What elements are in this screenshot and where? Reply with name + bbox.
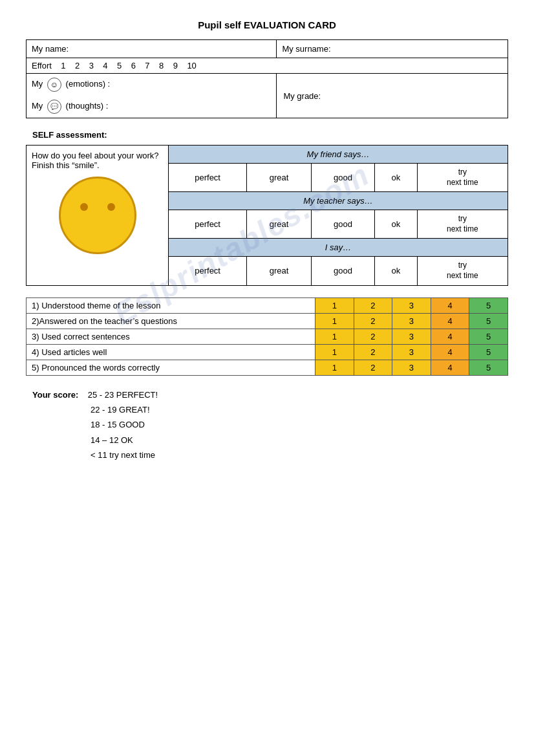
row5-score1: 1 — [315, 360, 354, 375]
row4-score3: 3 — [392, 344, 431, 360]
row2-score2: 2 — [354, 313, 392, 329]
info-table: My name: My surname: Effort 1 2 3 4 5 6 … — [26, 39, 508, 118]
friend-great: great — [247, 164, 312, 192]
row3-score3: 3 — [392, 329, 431, 344]
row2-score3: 3 — [392, 313, 431, 329]
i-ok: ok — [374, 257, 417, 285]
friend-ok: ok — [374, 164, 417, 192]
row2-score5: 5 — [469, 313, 508, 329]
row4-score2: 2 — [354, 344, 392, 360]
row3-score5: 5 — [469, 329, 508, 344]
page-title: Pupil self EVALUATION CARD — [26, 19, 508, 30]
smile-face — [59, 177, 136, 254]
eye-left — [80, 203, 88, 211]
eye-right — [107, 203, 115, 211]
i-try: trynext time — [417, 257, 507, 285]
row4-desc: 4) Used articles well — [27, 344, 315, 360]
row2-desc: 2)Answered on the teacher’s questions — [27, 313, 315, 329]
teacher-ok: ok — [374, 210, 417, 239]
score-line3: 18 - 15 GOOD — [91, 420, 145, 429]
name-label: My name: — [27, 40, 277, 58]
i-great: great — [247, 257, 312, 285]
assessment-table: How do you feel about your work?Finish t… — [26, 145, 508, 286]
emotions-label: My — [32, 79, 43, 89]
row2-score1: 1 — [315, 313, 354, 329]
row3-score1: 1 — [315, 329, 354, 344]
effort-label: Effort — [32, 61, 52, 70]
row5-score2: 2 — [354, 360, 392, 375]
i-say-header: I say… — [169, 239, 508, 257]
emotions-row: My ☺ (emotions) : — [27, 74, 277, 96]
row5-score4: 4 — [431, 360, 469, 375]
table-row: 1) Understood theme of the lesson 1 2 3 … — [27, 297, 508, 313]
i-good: good — [311, 257, 374, 285]
row4-score4: 4 — [431, 344, 469, 360]
table-row: 2)Answered on the teacher’s questions 1 … — [27, 313, 508, 329]
row5-score3: 3 — [392, 360, 431, 375]
row1-score1: 1 — [315, 297, 354, 313]
score-line1: 25 - 23 PERFECT! — [88, 390, 158, 400]
teacher-great: great — [247, 210, 312, 239]
row5-desc: 5) Pronounced the words correctly — [27, 360, 315, 375]
score-line4: 14 – 12 OK — [91, 435, 133, 445]
thoughts-icon: 💬 — [47, 100, 61, 114]
i-perfect: perfect — [169, 257, 247, 285]
assessment-question: How do you feel about your work?Finish t… — [27, 146, 169, 286]
row3-score4: 4 — [431, 329, 469, 344]
effort-numbers: 1 2 3 4 5 6 7 8 9 10 — [61, 61, 197, 70]
effort-row: Effort 1 2 3 4 5 6 7 8 9 10 — [27, 58, 508, 74]
score-line2: 22 - 19 GREAT! — [91, 405, 150, 415]
friend-try: trynext time — [417, 164, 507, 192]
friend-header: My friend says… — [169, 146, 508, 164]
teacher-try: trynext time — [417, 210, 507, 239]
table-row: 3) Used correct sentences 1 2 3 4 5 — [27, 329, 508, 344]
row4-score1: 1 — [315, 344, 354, 360]
emotions-icon: ☺ — [47, 78, 61, 92]
row1-desc: 1) Understood theme of the lesson — [27, 297, 315, 313]
thoughts-label: My — [32, 101, 43, 111]
row1-score5: 5 — [469, 297, 508, 313]
row4-score5: 5 — [469, 344, 508, 360]
row2-score4: 4 — [431, 313, 469, 329]
table-row: 4) Used articles well 1 2 3 4 5 — [27, 344, 508, 360]
row1-score2: 2 — [354, 297, 392, 313]
row5-score5: 5 — [469, 360, 508, 375]
surname-label: My surname: — [277, 40, 508, 58]
rating-table: 1) Understood theme of the lesson 1 2 3 … — [26, 297, 508, 376]
teacher-good: good — [311, 210, 374, 239]
thoughts-row: My 💬 (thoughts) : — [27, 96, 277, 118]
friend-perfect: perfect — [169, 164, 247, 192]
friend-good: good — [311, 164, 374, 192]
row3-score2: 2 — [354, 329, 392, 344]
score-line5: < 11 try next time — [91, 450, 155, 460]
teacher-perfect: perfect — [169, 210, 247, 239]
score-section: Your score: 25 - 23 PERFECT! 22 - 19 GRE… — [32, 387, 508, 463]
score-label: Your score: — [32, 390, 78, 400]
thoughts-text: (thoughts) : — [66, 101, 109, 111]
row1-score4: 4 — [431, 297, 469, 313]
grade-label: My grade: — [277, 74, 508, 118]
table-row: 5) Pronounced the words correctly 1 2 3 … — [27, 360, 508, 375]
row1-score3: 3 — [392, 297, 431, 313]
emotions-text: (emotions) : — [66, 79, 111, 89]
row3-desc: 3) Used correct sentences — [27, 329, 315, 344]
teacher-header: My teacher says… — [169, 192, 508, 210]
self-assessment-label: SELF assessment: — [32, 130, 508, 140]
